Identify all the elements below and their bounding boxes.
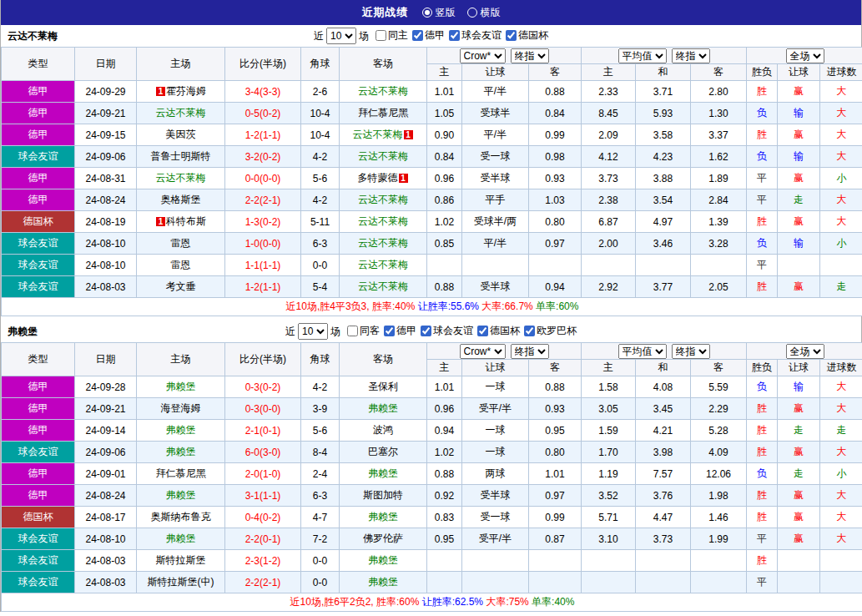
team-name: 斯特拉斯堡(中) [148, 576, 214, 588]
checkbox-input[interactable] [477, 326, 488, 336]
result-value: 大 [820, 376, 862, 398]
match-date: 24-09-21 [75, 103, 137, 124]
team-cell[interactable]: 云达不莱梅 [340, 189, 427, 211]
filter-checkbox[interactable]: 德甲 [384, 324, 416, 338]
team-cell[interactable]: 1霍芬海姆 [137, 81, 225, 103]
match-row: 球会友谊24-09-06弗赖堡6-0(3-0)8-4巴塞尔1.02一球0.801… [2, 442, 862, 463]
team-cell[interactable]: 弗赖堡 [340, 398, 427, 420]
odds-value: 1.01 [427, 376, 462, 398]
team-name: 云达不莱梅 [358, 259, 408, 270]
team-cell[interactable]: 弗赖堡 [340, 572, 427, 593]
odds-value: 12.06 [691, 463, 747, 485]
team-cell[interactable]: 拜仁慕尼黑 [340, 103, 427, 124]
team-cell[interactable]: 弗赖堡 [340, 507, 427, 528]
filter-checkbox[interactable]: 德国杯 [506, 28, 548, 43]
team-cell[interactable]: 海登海姆 [137, 398, 225, 420]
checkbox-input[interactable] [376, 30, 386, 41]
team-cell[interactable]: 美因茨 [137, 124, 225, 146]
team-cell[interactable]: 奥斯纳布鲁克 [137, 507, 225, 528]
match-count-select[interactable]: 10 [298, 323, 328, 340]
team-cell[interactable]: 云达不莱梅 [137, 168, 225, 189]
team-cell[interactable]: 弗赖堡 [137, 376, 225, 398]
layout-radio-selected[interactable]: 竖版 [422, 6, 456, 20]
odds-value: 3.52 [582, 485, 636, 507]
odds-value: 0.94 [427, 420, 462, 442]
scope-select[interactable]: 全场 [786, 344, 824, 359]
team-cell[interactable]: 雷恩 [137, 255, 225, 276]
odds-value: 0.92 [427, 485, 462, 507]
team-cell[interactable]: 云达不莱梅 [340, 146, 427, 168]
team-cell[interactable]: 弗赖堡 [137, 485, 225, 507]
team-cell[interactable]: 普鲁士明斯特 [137, 146, 225, 168]
team-cell[interactable]: 弗赖堡 [137, 420, 225, 442]
team-cell[interactable]: 考文垂 [137, 276, 225, 298]
filter-checkbox[interactable]: 球会友谊 [449, 28, 502, 43]
filter-checkbox[interactable]: 德甲 [412, 28, 445, 43]
team-cell[interactable]: 多特蒙德1 [340, 168, 427, 189]
filter-checkbox[interactable]: 同主 [376, 28, 408, 43]
team-cell[interactable]: 斯特拉斯堡 [137, 550, 225, 572]
team-cell[interactable]: 云达不莱梅 [340, 276, 427, 298]
match-count-select[interactable]: 10 [326, 28, 356, 44]
team-cell[interactable]: 1科特布斯 [137, 211, 225, 233]
team-cell[interactable]: 云达不莱梅 [137, 103, 225, 124]
team-cell[interactable]: 弗赖堡 [340, 550, 427, 572]
match-row: 德甲24-09-14弗赖堡2-1(0-1)5-6波鸿0.94一球0.951.59… [2, 420, 862, 442]
odds-time-select[interactable]: 终指 [511, 344, 549, 359]
checkbox-input[interactable] [347, 326, 358, 336]
team-cell[interactable]: 佛罗伦萨 [340, 528, 427, 550]
team-cell[interactable]: 弗赖堡 [137, 528, 225, 550]
team-cell[interactable]: 斯图加特 [340, 485, 427, 507]
team-cell[interactable]: 云达不莱梅 [340, 211, 427, 233]
match-date: 24-08-17 [75, 507, 137, 528]
average-select[interactable]: 平均值 [618, 48, 667, 63]
result-value: 输 [778, 376, 820, 398]
average-time-select[interactable]: 终指 [672, 344, 710, 359]
layout-radio-option[interactable]: 横版 [467, 6, 501, 20]
team-cell[interactable]: 圣保利 [340, 376, 427, 398]
odds-value: 3.76 [636, 485, 691, 507]
team-cell[interactable]: 云达不莱梅 [340, 81, 427, 103]
filter-bar: 近 10 场 同客德甲球会友谊德国杯欧罗巴杯 [285, 323, 577, 340]
odds-value: 5.71 [582, 507, 636, 528]
odds-value: 受平/半 [462, 528, 529, 550]
bookmaker-select[interactable]: Crow* [460, 48, 506, 63]
team-cell[interactable]: 云达不莱梅1 [340, 124, 427, 146]
team-cell[interactable]: 云达不莱梅 [340, 233, 427, 255]
result-value: 大 [820, 528, 862, 550]
filter-checkbox[interactable]: 球会友谊 [421, 324, 473, 338]
team-cell[interactable]: 波鸿 [340, 420, 427, 442]
red-card-badge: 1 [156, 87, 165, 96]
team-cell[interactable]: 弗赖堡 [137, 442, 225, 463]
filter-checkbox[interactable]: 欧罗巴杯 [524, 324, 577, 338]
team-cell[interactable]: 奥格斯堡 [137, 189, 225, 211]
team-cell[interactable]: 拜仁慕尼黑 [137, 463, 225, 485]
team-cell[interactable]: 云达不莱梅 [340, 255, 427, 276]
team-cell[interactable]: 雷恩 [137, 233, 225, 255]
checkbox-input[interactable] [384, 326, 395, 336]
average-time-select[interactable]: 终指 [672, 48, 710, 63]
team-cell[interactable]: 巴塞尔 [340, 442, 427, 463]
odds-value: 0.97 [529, 485, 582, 507]
bookmaker-select[interactable]: Crow* [460, 344, 506, 359]
checkbox-input[interactable] [449, 30, 460, 41]
team-cell[interactable]: 弗赖堡 [340, 463, 427, 485]
scope-select[interactable]: 全场 [786, 48, 824, 63]
filter-checkbox[interactable]: 同客 [347, 324, 380, 338]
red-card-badge: 1 [404, 130, 413, 139]
team-cell[interactable]: 斯特拉斯堡(中) [137, 572, 225, 593]
checkbox-input[interactable] [524, 326, 535, 336]
filter-checkbox[interactable]: 德国杯 [477, 324, 520, 338]
odds-time-select[interactable]: 终指 [511, 48, 549, 63]
checkbox-input[interactable] [421, 326, 431, 336]
result-value: 大 [820, 398, 862, 420]
col-header-date: 日期 [75, 48, 137, 81]
odds-value: 0.85 [427, 233, 462, 255]
average-select[interactable]: 平均值 [618, 344, 667, 359]
odds-value: 4.97 [636, 211, 691, 233]
checkbox-input[interactable] [506, 30, 517, 41]
checkbox-input[interactable] [412, 30, 423, 41]
odds-value: 3.71 [636, 81, 691, 103]
odds-value [691, 550, 747, 572]
team-name: 考文垂 [166, 280, 196, 292]
